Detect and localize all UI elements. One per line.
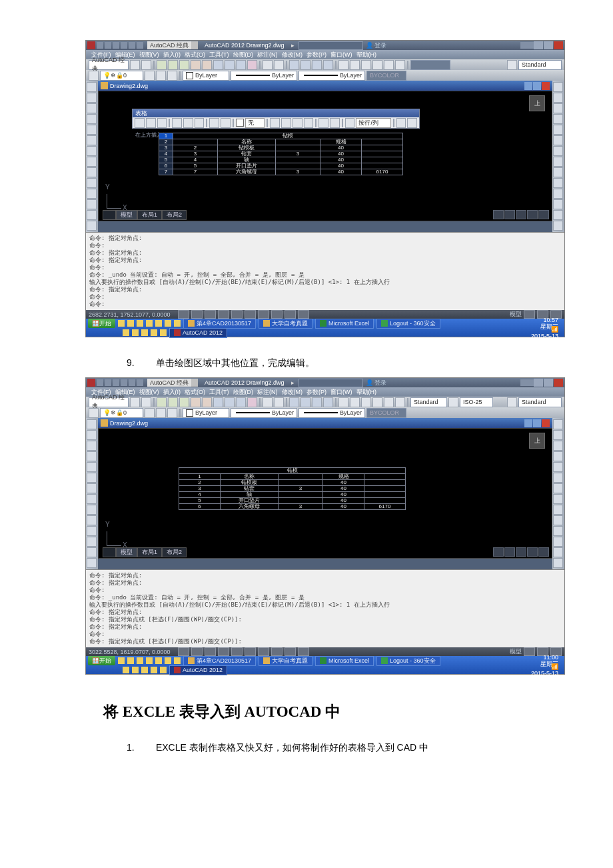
style-icon[interactable] [507,60,517,70]
tray-icon[interactable] [160,329,167,336]
qat-open-icon[interactable] [105,42,111,49]
menu-item[interactable]: 标注(N) [256,388,279,397]
menu-format[interactable]: 格式(O) [183,51,207,59]
cad-table[interactable]: 1钻模 2名称规格 32钻模板40 43钻套340 54轴40 65开口垫片40… [159,133,403,175]
cell-fill-dropdown[interactable]: 无 [245,118,265,128]
help-search-input[interactable] [299,379,363,387]
status-toggle[interactable] [178,647,189,656]
trim-icon[interactable] [553,178,563,188]
linetype-dropdown[interactable]: ByLayer [231,408,297,418]
ql-icon[interactable] [146,657,153,664]
menu-item[interactable]: 工具(T) [208,388,231,397]
side-icon[interactable] [87,558,97,568]
tb-icon[interactable] [141,397,151,407]
properties-icon[interactable] [338,60,348,70]
drawing-canvas[interactable]: 上 表格 [98,91,552,221]
ql-icon[interactable] [127,320,134,327]
plotstyle-dropdown[interactable]: BYCOLOR [366,408,406,418]
tb-icon[interactable] [312,397,322,407]
tb-icon[interactable] [289,397,299,407]
tb-icon[interactable] [141,60,151,70]
status-toggle[interactable] [231,647,243,656]
menu-item[interactable]: 视图(V) [138,388,161,397]
redo-icon[interactable] [274,60,284,70]
tb-icon[interactable] [395,397,405,407]
menu-tools[interactable]: 工具(T) [208,51,231,59]
tray-icon[interactable] [132,667,139,673]
undo-icon[interactable] [263,60,273,70]
new-icon[interactable] [157,60,167,70]
osnap-toggle[interactable] [231,310,243,319]
maximize-button[interactable] [544,379,553,387]
hatch-icon[interactable] [87,167,97,177]
command-window[interactable]: 命令: 指定对角点:命令: 指定对角点:命令: 命令: _undo 当前设置: … [86,569,564,647]
designcenter-icon[interactable] [350,60,360,70]
exchange-icon[interactable] [520,42,527,49]
text-icon[interactable] [87,221,97,231]
menu-item[interactable]: 插入(I) [162,388,183,397]
taskbar-item[interactable]: 大学自考真题 [259,656,312,666]
taskbar-item[interactable]: 第4章CAD20130517 [183,319,256,329]
side-icon[interactable] [553,462,563,472]
side-icon[interactable] [553,526,563,536]
open-icon[interactable] [168,60,178,70]
side-icon[interactable] [87,505,97,515]
tray-icon[interactable] [141,667,148,673]
insert-row-above-icon[interactable] [135,118,145,128]
table-cell[interactable]: 六角螺母 [218,169,276,175]
stretch-icon[interactable] [553,167,563,177]
array-icon[interactable] [553,125,563,135]
tb-icon[interactable] [213,397,223,407]
merge-cells-icon[interactable] [209,118,219,128]
pline-icon[interactable] [87,93,97,103]
text-style-dropdown[interactable]: Standard [518,397,562,407]
tb-icon[interactable] [247,397,257,407]
side-icon[interactable] [87,419,97,429]
side-icon[interactable] [87,515,97,525]
color-dropdown[interactable]: ByLayer [183,408,229,418]
qp-toggle[interactable] [298,310,309,319]
table-cell[interactable]: 六角螺母 [221,504,279,510]
maximize-button[interactable] [544,41,553,49]
nav-wheel-icon[interactable] [516,210,526,219]
tray-icon[interactable] [160,667,167,673]
scale-icon[interactable] [553,157,563,167]
menu-item[interactable]: 修改(M) [281,388,305,397]
text-style-dropdown[interactable]: Standard [518,60,562,70]
preview-icon[interactable] [202,60,212,70]
break-icon[interactable] [553,199,563,209]
ql-icon[interactable] [137,320,143,327]
explode-icon[interactable] [553,221,563,231]
fillet-icon[interactable] [553,210,563,220]
match-icon[interactable] [247,60,257,70]
table-cell[interactable]: 3 [276,169,320,175]
tb-icon[interactable] [350,397,360,407]
tb-icon[interactable] [301,397,310,407]
tb-icon[interactable] [263,397,273,407]
viewcube[interactable]: 上 [529,433,545,449]
side-icon[interactable] [553,473,563,483]
side-icon[interactable] [87,537,97,547]
calc-icon[interactable] [395,60,405,70]
status-toggle[interactable] [298,647,309,656]
layer-dropdown[interactable]: 💡❄🔒 0 [100,408,143,418]
workspace-dropdown-arrow-icon[interactable] [191,41,198,49]
close-button[interactable] [554,41,563,49]
spline-icon[interactable] [87,146,97,156]
help-icon[interactable] [527,379,534,386]
help-icon[interactable] [527,42,534,49]
tb-icon[interactable] [130,60,140,70]
cut-icon[interactable] [213,60,223,70]
quick-access-toolbar[interactable] [97,379,143,386]
signin-label[interactable]: 👤 登录 [366,379,387,387]
tray-icon[interactable] [123,667,129,673]
zoom-icon[interactable] [301,60,310,70]
menu-item[interactable]: 格式(O) [183,388,207,397]
side-icon[interactable] [553,537,563,547]
ellipse-icon[interactable] [87,157,97,167]
nav-zoom-icon[interactable] [504,210,515,219]
ql-icon[interactable] [155,320,162,327]
ql-icon[interactable] [127,657,134,664]
nav-icon[interactable] [493,547,504,557]
link-icon[interactable] [396,118,406,128]
